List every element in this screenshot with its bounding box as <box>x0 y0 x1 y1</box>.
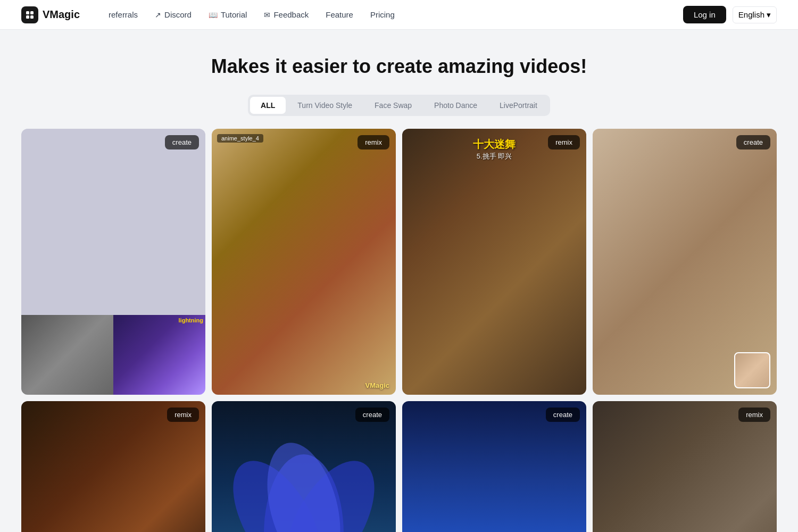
card-1-create-button[interactable]: create <box>165 135 199 149</box>
nav-right: Log in English ▾ <box>683 6 777 23</box>
card-2-watermark: VMagic <box>365 381 389 389</box>
nav-pricing[interactable]: Pricing <box>363 7 402 22</box>
card-5-remix-button[interactable]: remix <box>167 408 199 422</box>
svg-rect-3 <box>30 15 34 19</box>
card-7-content: create <box>402 401 586 532</box>
card-4-face-thumb <box>734 352 770 388</box>
nav-discord[interactable]: ↗ Discord <box>147 7 199 22</box>
card-2[interactable]: anime_style_4 remix VMagic <box>212 129 396 395</box>
svg-rect-0 <box>26 11 29 14</box>
card-7-create-button[interactable]: create <box>546 408 580 422</box>
logo-icon <box>21 6 38 23</box>
nav-tutorial[interactable]: 📖 Tutorial <box>201 7 254 22</box>
navbar: VMagic referrals ↗ Discord 📖 Tutorial ✉ … <box>0 0 798 30</box>
lightning-label: lightning <box>179 317 203 323</box>
card-5-content: remix <box>21 401 205 532</box>
tutorial-label: Tutorial <box>221 10 247 19</box>
hero-title: Makes it easier to create amazing videos… <box>11 55 787 78</box>
card-2-remix-button[interactable]: remix <box>358 135 389 149</box>
tab-all[interactable]: ALL <box>250 97 286 114</box>
card-6-create-button[interactable]: create <box>355 408 389 422</box>
card-6[interactable]: create <box>212 401 396 532</box>
login-button[interactable]: Log in <box>683 6 726 23</box>
svg-rect-2 <box>26 15 29 19</box>
nav-referrals[interactable]: referrals <box>101 7 145 22</box>
nav-feature[interactable]: Feature <box>318 7 361 22</box>
logo-text: VMagic <box>43 9 80 21</box>
card-2-label: anime_style_4 <box>217 134 263 143</box>
card-3-content: 十大迷舞 5.挑手 即兴 remix <box>402 129 586 395</box>
card-3-image <box>402 129 586 395</box>
card-4-create-button[interactable]: create <box>736 135 770 149</box>
language-label: English <box>738 10 764 19</box>
card-1-top-area <box>21 129 205 315</box>
pricing-label: Pricing <box>370 10 395 19</box>
card-8-remix-button[interactable]: remix <box>738 408 770 422</box>
card-8[interactable]: remix <box>593 401 777 532</box>
logo[interactable]: VMagic <box>21 6 80 23</box>
tab-turn-video-style[interactable]: Turn Video Style <box>287 97 363 114</box>
card-1-left-thumb <box>21 315 113 395</box>
card-2-image <box>212 129 396 395</box>
card-3-remix-button[interactable]: remix <box>548 135 580 149</box>
card-1-bottom-area: lightning <box>21 315 205 395</box>
feature-label: Feature <box>326 10 353 19</box>
content-grid: lightning create anime_style_4 remix VMa… <box>0 129 798 532</box>
card-1-right-thumb: lightning <box>113 315 205 395</box>
filter-tabs: ALL Turn Video Style Face Swap Photo Dan… <box>248 95 550 116</box>
card-8-content: remix <box>593 401 777 532</box>
card-3-cn-subtitle: 5.挑手 即兴 <box>402 152 586 161</box>
card-4-content: create <box>593 129 777 395</box>
card-2-content: anime_style_4 remix VMagic <box>212 129 396 395</box>
chevron-down-icon: ▾ <box>767 10 771 20</box>
card-7[interactable]: create <box>402 401 586 532</box>
nav-feedback[interactable]: ✉ Feedback <box>256 7 316 22</box>
email-icon: ✉ <box>264 11 270 19</box>
book-icon: 📖 <box>209 11 218 19</box>
language-selector[interactable]: English ▾ <box>733 6 777 23</box>
card-1-content: lightning create <box>21 129 205 395</box>
external-link-icon: ↗ <box>155 11 161 19</box>
hero-section: Makes it easier to create amazing videos… <box>0 30 798 95</box>
referrals-label: referrals <box>109 10 138 19</box>
feedback-label: Feedback <box>273 10 309 19</box>
card-5[interactable]: remix <box>21 401 205 532</box>
discord-label: Discord <box>164 10 192 19</box>
card-6-content: create <box>212 401 396 532</box>
nav-links: referrals ↗ Discord 📖 Tutorial ✉ Feedbac… <box>101 7 679 22</box>
card-1[interactable]: lightning create <box>21 129 205 395</box>
tab-liveportrait[interactable]: LivePortrait <box>489 97 548 114</box>
tabs-container: ALL Turn Video Style Face Swap Photo Dan… <box>0 95 798 116</box>
card-3[interactable]: 十大迷舞 5.挑手 即兴 remix <box>402 129 586 395</box>
tab-photo-dance[interactable]: Photo Dance <box>423 97 488 114</box>
svg-rect-1 <box>30 11 34 14</box>
card-4[interactable]: create <box>593 129 777 395</box>
tab-face-swap[interactable]: Face Swap <box>364 97 422 114</box>
